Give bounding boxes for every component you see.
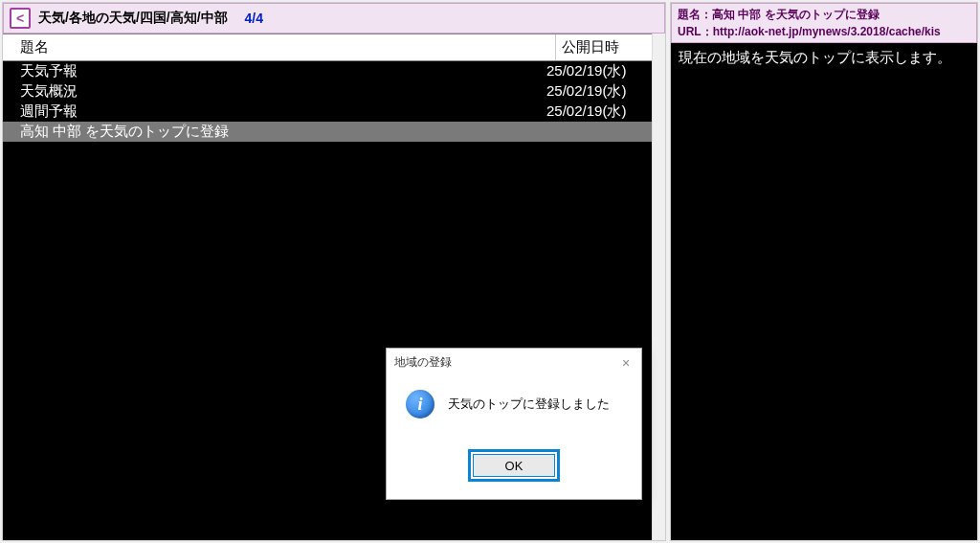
row-title: 高知 中部 を天気のトップに登録 bbox=[20, 123, 546, 141]
detail-header: 題名：高知 中部 を天気のトップに登録 URL：http://aok-net.j… bbox=[671, 3, 977, 43]
close-icon: × bbox=[622, 355, 630, 371]
back-button[interactable]: < bbox=[10, 8, 31, 29]
detail-title-value: 高知 中部 を天気のトップに登録 bbox=[712, 8, 880, 21]
ok-button-focus-ring: OK bbox=[468, 449, 560, 482]
table-row[interactable]: 天気予報 25/02/19(水) bbox=[3, 61, 652, 81]
detail-url-value: http://aok-net.jp/mynews/3.2018/cache/ki… bbox=[713, 25, 941, 38]
info-icon: i bbox=[406, 390, 434, 419]
ok-button[interactable]: OK bbox=[473, 454, 555, 477]
chevron-left-icon: < bbox=[16, 11, 24, 25]
info-dialog: 地域の登録 × i 天気のトップに登録しました OK bbox=[386, 348, 642, 500]
dialog-footer: OK bbox=[387, 440, 641, 499]
close-button[interactable]: × bbox=[618, 355, 634, 371]
row-date: 25/02/19(水) bbox=[546, 62, 652, 80]
row-date: 25/02/19(水) bbox=[546, 82, 652, 101]
page-counter: 4/4 bbox=[245, 11, 263, 26]
dialog-title: 地域の登録 bbox=[394, 354, 452, 371]
info-glyph: i bbox=[417, 395, 422, 415]
row-title: 天気概況 bbox=[20, 82, 546, 101]
breadcrumb-path: 天気/各地の天気/四国/高知/中部 bbox=[38, 10, 228, 27]
row-title: 天気予報 bbox=[20, 62, 546, 80]
row-date: 25/02/19(水) bbox=[546, 102, 652, 121]
dialog-titlebar: 地域の登録 × bbox=[387, 349, 641, 376]
detail-title-label: 題名： bbox=[678, 8, 712, 21]
table-header: 題名 公開日時 bbox=[3, 34, 652, 61]
detail-body: 現在の地域を天気のトップに表示します。 bbox=[671, 43, 977, 540]
breadcrumb-bar: < 天気/各地の天気/四国/高知/中部 4/4 bbox=[3, 3, 665, 34]
detail-text: 現在の地域を天気のトップに表示します。 bbox=[679, 49, 951, 65]
column-header-title[interactable]: 題名 bbox=[3, 34, 556, 60]
column-header-date[interactable]: 公開日時 bbox=[556, 34, 652, 60]
table-row[interactable]: 天気概況 25/02/19(水) bbox=[3, 81, 652, 102]
table-row[interactable]: 週間予報 25/02/19(水) bbox=[3, 102, 652, 122]
detail-url-label: URL： bbox=[678, 25, 713, 38]
right-panel: 題名：高知 中部 を天気のトップに登録 URL：http://aok-net.j… bbox=[670, 2, 978, 541]
table-row[interactable]: 高知 中部 を天気のトップに登録 bbox=[3, 122, 652, 142]
row-title: 週間予報 bbox=[20, 102, 546, 121]
dialog-body: i 天気のトップに登録しました bbox=[387, 376, 641, 440]
vertical-scrollbar[interactable] bbox=[652, 34, 665, 540]
dialog-message: 天気のトップに登録しました bbox=[448, 396, 610, 413]
